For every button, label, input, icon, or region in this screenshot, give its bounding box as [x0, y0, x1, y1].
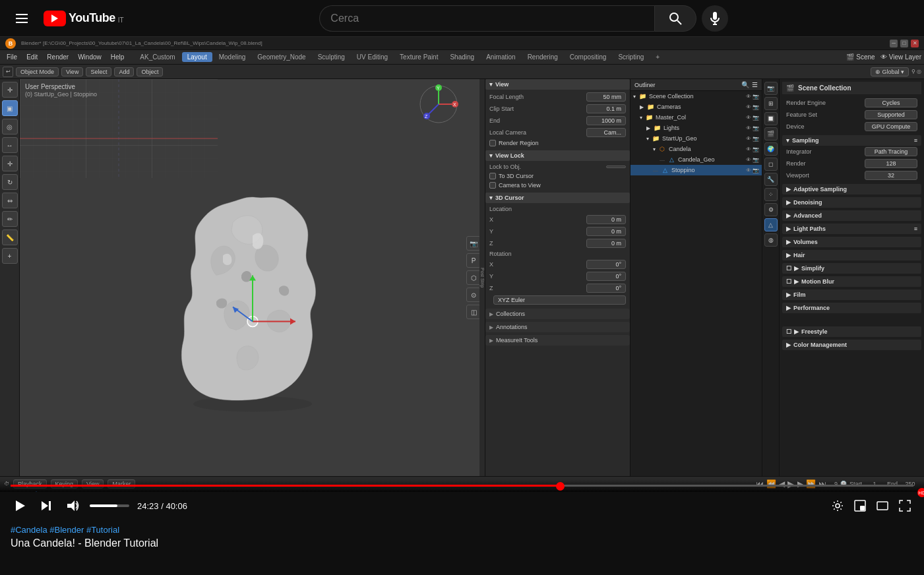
menu-file[interactable]: File: [3, 52, 21, 62]
ws-uv[interactable]: UV Editing: [352, 52, 393, 62]
outliner-startup-geo[interactable]: ▾ 📁 StartUp_Geo 👁 📷: [631, 133, 762, 144]
gizmo-camera[interactable]: 📷: [466, 236, 481, 251]
sg-cam[interactable]: 📷: [753, 136, 759, 142]
search-button[interactable]: [654, 5, 696, 32]
adaptive-sampling-header[interactable]: ▶ Adaptive Sampling: [782, 184, 921, 195]
annotations-header[interactable]: ▶ Annotations: [485, 322, 630, 332]
annotations-collapsible[interactable]: ▶ Annotations: [485, 322, 630, 332]
bl-tb-object[interactable]: Object: [137, 67, 163, 76]
ws-scripting[interactable]: Scripting: [613, 52, 649, 62]
tool-select-box[interactable]: ▣: [2, 100, 18, 116]
cursor-rx-val[interactable]: 0°: [586, 260, 626, 269]
cursor-x-val[interactable]: 0 m: [586, 215, 626, 224]
measureit-collapsible[interactable]: ▶ MeasureIt Tools: [485, 335, 630, 346]
hair-header[interactable]: ▶ Hair: [782, 250, 921, 260]
gizmo-overlay[interactable]: ⊙: [466, 288, 481, 302]
prop-render-icon[interactable]: 📷: [764, 82, 778, 95]
outliner-cameras[interactable]: ▶ 📁 Cameras 👁 📷: [631, 102, 762, 112]
miniplayer-button[interactable]: [851, 497, 869, 514]
prop-physics-icon[interactable]: ⚙: [764, 203, 778, 216]
outliner-master-col[interactable]: ▾ 📁 Master_Col 👁 📷: [631, 112, 762, 123]
lights-eye[interactable]: 👁: [746, 125, 751, 131]
ws-add[interactable]: +: [650, 52, 665, 62]
clip-start-val[interactable]: 0.1 m: [586, 104, 626, 113]
ws-ak-custom[interactable]: AK_Custom: [135, 52, 180, 62]
tool-move[interactable]: ✛: [2, 156, 18, 171]
bl-tb-select[interactable]: Select: [86, 67, 111, 76]
mc-eye[interactable]: 👁: [746, 115, 751, 121]
ws-shading[interactable]: Shading: [445, 52, 479, 62]
volume-button[interactable]: [63, 497, 82, 515]
st-cam[interactable]: 📷: [753, 167, 759, 173]
bl-tb-global[interactable]: ⊕ Global ▾: [871, 67, 909, 76]
freestyle-header[interactable]: ☐ ▶ Freestyle: [782, 326, 921, 337]
render-region-checkbox[interactable]: [489, 140, 496, 146]
video-container[interactable]: B Blender* [E:\CG\00_Projects\00_Youtube…: [0, 37, 924, 492]
cursor-z-val[interactable]: 0 m: [586, 239, 626, 248]
sc-eye-icon[interactable]: 👁: [746, 94, 751, 100]
prop-material-icon[interactable]: ◍: [764, 233, 778, 247]
prop-modifier-icon[interactable]: 🔧: [764, 173, 778, 186]
settings-button[interactable]: HD: [829, 497, 846, 514]
prop-view-layer-icon[interactable]: 🔲: [764, 112, 778, 125]
cg-cam[interactable]: 📷: [753, 157, 759, 163]
outliner-lights[interactable]: ▶ 📁 Lights 👁 📷: [631, 123, 762, 133]
camera-to-view-checkbox[interactable]: [489, 182, 496, 189]
motion-blur-header[interactable]: ☐ ▶ Motion Blur: [782, 276, 921, 287]
simplify-header[interactable]: ☐ ▶ Simplify: [782, 263, 921, 274]
view-lock-header[interactable]: ▾ View Lock: [485, 150, 630, 161]
collections-collapsible[interactable]: ▶ Collections: [485, 309, 630, 319]
ws-modeling[interactable]: Modeling: [214, 52, 251, 62]
gizmo-wireframe[interactable]: ⬡: [466, 270, 481, 285]
cursor-y-val[interactable]: 0 m: [586, 227, 626, 236]
c-cam[interactable]: 📷: [753, 146, 759, 152]
tool-measure[interactable]: 📏: [2, 229, 18, 245]
light-paths-options[interactable]: ≡: [914, 226, 917, 232]
performance-header[interactable]: ▶ Performance: [782, 303, 921, 313]
advanced-header[interactable]: ▶ Advanced: [782, 210, 921, 221]
mic-button[interactable]: [702, 5, 728, 32]
prop-world-icon[interactable]: 🌍: [764, 142, 778, 156]
c-eye[interactable]: 👁: [746, 146, 751, 152]
tool-transform[interactable]: ↔: [2, 137, 18, 153]
outliner-scene-collection[interactable]: ▾ 📁 Scene Collection 👁 📷: [631, 91, 762, 102]
menu-window[interactable]: Window: [74, 52, 106, 62]
prop-particles-icon[interactable]: ⁘: [764, 188, 778, 201]
win-maximize[interactable]: □: [900, 40, 908, 47]
denoising-header[interactable]: ▶ Denoising: [782, 197, 921, 208]
blender-3d-viewport[interactable]: User Perspective (0) StartUp_Geo | Stopp…: [20, 79, 485, 476]
menu-help[interactable]: Help: [107, 52, 129, 62]
outliner-stoppino[interactable]: — △ Stoppino 👁 📷: [631, 165, 762, 175]
tool-annotate[interactable]: ✏: [2, 211, 18, 227]
ws-compositing[interactable]: Compositing: [565, 52, 612, 62]
cg-eye[interactable]: 👁: [746, 157, 751, 163]
sg-eye[interactable]: 👁: [746, 136, 751, 142]
viewport-orientation-gizmo[interactable]: X Y Z: [419, 84, 458, 124]
cam-eye[interactable]: 👁: [746, 104, 751, 110]
youtube-logo[interactable]: YouTube IT: [44, 11, 124, 26]
ws-texturepaint[interactable]: Texture Paint: [394, 52, 443, 62]
cam-cam[interactable]: 📷: [753, 104, 759, 110]
tool-rotate[interactable]: ↻: [2, 174, 18, 190]
yt-progress-container[interactable]: [11, 485, 913, 487]
mc-cam[interactable]: 📷: [753, 115, 759, 121]
fullscreen-button[interactable]: [896, 497, 913, 514]
lights-cam[interactable]: 📷: [753, 125, 759, 131]
ws-sculpting[interactable]: Sculpting: [313, 52, 350, 62]
cursor-euler-val[interactable]: XYZ Euler: [493, 295, 626, 305]
prop-objdata-icon[interactable]: △: [764, 218, 778, 231]
video-tags[interactable]: #Candela #Blender #Tutorial: [11, 525, 913, 535]
render-engine-val[interactable]: Cycles: [865, 98, 917, 107]
search-input[interactable]: [319, 5, 654, 32]
lock-3d-cursor-checkbox[interactable]: [489, 173, 496, 179]
play-pause-button[interactable]: [11, 497, 29, 515]
ws-animation[interactable]: Animation: [481, 52, 520, 62]
ws-layout[interactable]: Layout: [182, 52, 212, 62]
win-close[interactable]: ✕: [911, 40, 919, 47]
st-eye[interactable]: 👁: [746, 167, 751, 173]
volumes-header[interactable]: ▶ Volumes: [782, 237, 921, 247]
outliner-filter[interactable]: ☰: [752, 81, 758, 88]
clip-end-val[interactable]: 1000 m: [586, 116, 626, 125]
film-header[interactable]: ▶ Film: [782, 289, 921, 300]
prop-output-icon[interactable]: ⊞: [764, 97, 778, 110]
